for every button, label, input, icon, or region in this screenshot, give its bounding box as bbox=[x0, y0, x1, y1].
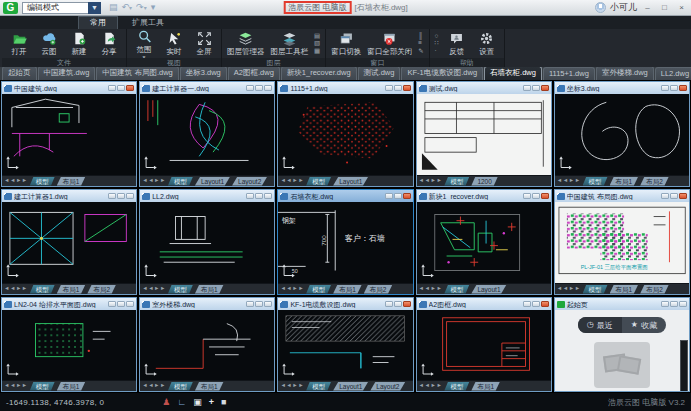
username[interactable]: 小可儿 bbox=[610, 1, 637, 14]
layout-tab[interactable]: 模型 bbox=[444, 382, 469, 391]
recent-tab[interactable]: ◷ 最近 bbox=[578, 317, 622, 333]
layout-nav-arrows[interactable]: ◄◄►► bbox=[280, 286, 304, 292]
drawing-canvas[interactable]: 700 50 钢架 客户：石墙 bbox=[278, 202, 412, 283]
tile-restore-button[interactable] bbox=[532, 301, 540, 307]
tile-minimize-button[interactable] bbox=[385, 193, 393, 199]
tile-close-button[interactable] bbox=[541, 85, 549, 91]
drawing-window[interactable]: 坐标3.dwg ◄◄►► 模型 布局1 布局2 bbox=[554, 81, 690, 187]
layout-tab[interactable]: 模型 bbox=[30, 382, 55, 391]
layout-tab-strip[interactable]: ◄◄►► 模型 1200 bbox=[417, 175, 551, 186]
grid-toggle-icon[interactable]: ▣ bbox=[193, 398, 202, 407]
layout-nav-arrows[interactable]: ◄◄►► bbox=[4, 178, 28, 184]
layout-tab-strip[interactable]: ◄◄►► 模型 布局1 bbox=[2, 175, 136, 186]
cascade-icon[interactable]: ✎ bbox=[418, 48, 423, 55]
layout-tab[interactable]: 模型 bbox=[444, 177, 469, 186]
tile-minimize-button[interactable] bbox=[108, 301, 116, 307]
drawing-window[interactable]: LN2-04 给排水平面图.dwg ◄◄►► 模型 布局1 bbox=[1, 297, 137, 392]
doc-tab[interactable]: 坐标3.dwg bbox=[180, 67, 227, 80]
cloud-drawing-button[interactable]: 云图 bbox=[34, 31, 64, 57]
tile-restore-button[interactable] bbox=[255, 85, 263, 91]
drawing-window[interactable]: 新块1_recover.dwg ◄◄►► 模型 Layout1 bbox=[416, 189, 552, 295]
close-all-windows-button[interactable]: 窗口全部关闭 bbox=[364, 31, 415, 57]
layer-isolate-icon[interactable]: ▧ bbox=[314, 40, 320, 47]
assistant-icon[interactable]: ♟ bbox=[162, 398, 170, 407]
layout-tab-strip[interactable]: ◄◄►► 模型 布局1 布局2 bbox=[278, 283, 412, 294]
layout-tab[interactable]: 模型 bbox=[168, 177, 193, 186]
drawing-window[interactable]: 建工计算器1.dwg ◄◄►► 模型 布局1 布局2 bbox=[1, 189, 137, 295]
ribbon-tab-common[interactable]: 常用 bbox=[78, 16, 118, 29]
drawing-window[interactable]: A2图框.dwg ◄◄►► 模型 布局1 bbox=[416, 297, 552, 392]
tile-horizontal-icon[interactable]: ≡ bbox=[418, 40, 423, 47]
tile-minimize-button[interactable] bbox=[108, 193, 116, 199]
tile-restore-button[interactable] bbox=[670, 85, 678, 91]
layout-nav-arrows[interactable]: ◄◄►► bbox=[142, 383, 166, 389]
tile-close-button[interactable] bbox=[679, 85, 687, 91]
customize-caret-icon[interactable]: ▾ bbox=[151, 3, 156, 12]
drawing-canvas[interactable] bbox=[140, 202, 274, 283]
settings-button[interactable]: 设置 bbox=[472, 31, 502, 57]
layout-tab[interactable]: 模型 bbox=[168, 285, 193, 294]
drawing-canvas[interactable] bbox=[417, 310, 551, 380]
layout-tab[interactable]: Layout2 bbox=[232, 177, 267, 186]
tile-minimize-button[interactable] bbox=[523, 301, 531, 307]
layout-tab-strip[interactable]: ◄◄►► 模型 布局1 布局2 bbox=[2, 283, 136, 294]
drawing-window[interactable]: 中国建筑.dwg ◄◄►► 模型 布局1 bbox=[1, 81, 137, 187]
drawing-canvas[interactable] bbox=[140, 94, 274, 175]
layout-nav-arrows[interactable]: ◄◄►► bbox=[142, 286, 166, 292]
tile-restore-button[interactable] bbox=[670, 301, 678, 307]
tile-close-button[interactable] bbox=[541, 193, 549, 199]
tile-minimize-button[interactable] bbox=[246, 193, 254, 199]
tile-close-button[interactable] bbox=[126, 193, 134, 199]
tile-minimize-button[interactable] bbox=[108, 85, 116, 91]
layout-nav-arrows[interactable]: ◄◄►► bbox=[4, 383, 28, 389]
tile-minimize-button[interactable] bbox=[523, 85, 531, 91]
tile-titlebar[interactable]: KF-1电缆敷设图.dwg bbox=[278, 298, 412, 310]
tile-titlebar[interactable]: 建工计算器1.dwg bbox=[2, 190, 136, 202]
drawing-canvas[interactable] bbox=[2, 310, 136, 380]
layout-tab[interactable]: 模型 bbox=[306, 177, 331, 186]
tile-restore-button[interactable] bbox=[255, 193, 263, 199]
new-file-button[interactable]: 新建 bbox=[64, 31, 94, 57]
tile-titlebar[interactable]: 1115+1.dwg bbox=[278, 82, 412, 94]
drawing-canvas[interactable] bbox=[278, 310, 412, 380]
ribbon-tab-ext-tools[interactable]: 扩展工具 bbox=[121, 17, 175, 29]
layout-tab-strip[interactable]: ◄◄►► 模型 Layout1 bbox=[417, 283, 551, 294]
layout-tab-strip[interactable]: ◄◄►► 模型 Layout1 bbox=[278, 175, 412, 186]
tile-restore-button[interactable] bbox=[394, 301, 402, 307]
layout-tab[interactable]: Layout1 bbox=[333, 177, 368, 186]
tile-close-button[interactable] bbox=[264, 85, 272, 91]
layout-tab[interactable]: 布局2 bbox=[640, 285, 669, 294]
chevron-down-icon[interactable]: ▼ bbox=[88, 2, 101, 14]
drawing-window[interactable]: 1115+1.dwg ◄◄►► 模型 Layout1 bbox=[277, 81, 413, 187]
tile-titlebar[interactable]: A2图框.dwg bbox=[417, 298, 551, 310]
tile-close-button[interactable] bbox=[541, 301, 549, 307]
layout-tab[interactable]: 布局2 bbox=[364, 285, 393, 294]
tile-titlebar[interactable]: LN2-04 给排水平面图.dwg bbox=[2, 298, 136, 310]
ucs-toggle-icon[interactable]: ∟ bbox=[177, 398, 186, 407]
maximize-button[interactable]: □ bbox=[658, 2, 671, 14]
layer-manager-button[interactable]: 图层管理器 bbox=[224, 31, 268, 57]
layout-tab[interactable]: Layout2 bbox=[370, 382, 405, 391]
tile-titlebar[interactable]: 中国建筑.dwg bbox=[2, 82, 136, 94]
tile-minimize-button[interactable] bbox=[385, 301, 393, 307]
layer-toolbar-button[interactable]: 图层工具栏 bbox=[268, 31, 312, 57]
layout-tab[interactable]: 布局2 bbox=[87, 285, 116, 294]
close-button[interactable]: × bbox=[675, 2, 688, 14]
layout-nav-arrows[interactable]: ◄◄►► bbox=[419, 178, 443, 184]
layout-tab[interactable]: 布局1 bbox=[195, 382, 224, 391]
zoom-extents-button[interactable]: 范围 ▼ bbox=[129, 29, 159, 58]
tile-restore-button[interactable] bbox=[670, 193, 678, 199]
tile-close-button[interactable] bbox=[126, 85, 134, 91]
realtime-pan-button[interactable]: 实时 bbox=[159, 31, 189, 57]
tile-close-button[interactable] bbox=[403, 301, 411, 307]
crosshair-toggle-icon[interactable]: + bbox=[209, 398, 214, 407]
user-avatar-icon[interactable] bbox=[595, 2, 606, 13]
doc-tab[interactable]: 测试.dwg bbox=[358, 67, 401, 80]
tile-minimize-button[interactable] bbox=[661, 85, 669, 91]
doc-tab[interactable]: 新块1_recover.dwg bbox=[281, 67, 357, 80]
open-button[interactable]: 打开 bbox=[4, 31, 34, 57]
layout-tab-strip[interactable]: ◄◄►► 模型 布局1 bbox=[140, 380, 274, 391]
tile-minimize-button[interactable] bbox=[246, 301, 254, 307]
tile-close-button[interactable] bbox=[679, 301, 687, 307]
info-icon[interactable]: · bbox=[435, 48, 439, 55]
